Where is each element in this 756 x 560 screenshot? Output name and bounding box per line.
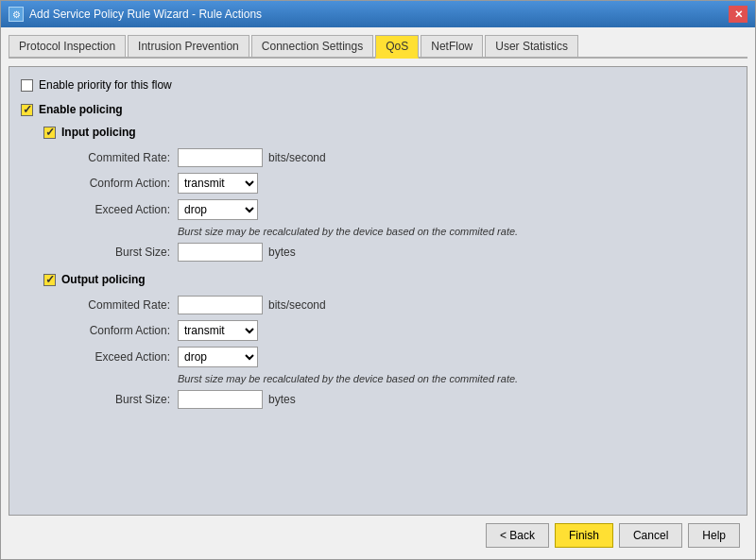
input-policing-fields: Commited Rate: 25000000 bits/second Conf… [66, 148, 735, 262]
input-burst-size-unit: bytes [268, 246, 296, 259]
output-conform-action-label: Conform Action: [66, 324, 170, 337]
input-exceed-action-label: Exceed Action: [66, 203, 170, 216]
enable-policing-label: Enable policing [39, 103, 123, 116]
output-committed-rate-row: Commited Rate: 25000000 bits/second [66, 296, 735, 314]
tab-qos[interactable]: QoS [375, 35, 419, 59]
output-conform-action-select[interactable]: transmit drop set-dscp-transmit [178, 320, 258, 341]
output-burst-note: Burst size may be recalculated by the de… [178, 373, 735, 384]
input-conform-action-row: Conform Action: transmit drop set-dscp-t… [66, 173, 735, 194]
enable-policing-header: Enable policing [21, 103, 735, 116]
output-burst-size-label: Burst Size: [66, 393, 170, 406]
tab-netflow[interactable]: NetFlow [421, 35, 483, 57]
output-burst-size-input[interactable]: 1500 [178, 390, 263, 409]
enable-policing-checkbox[interactable] [21, 104, 33, 116]
input-policing-section: Input policing Commited Rate: 25000000 b… [43, 126, 735, 262]
output-committed-rate-unit: bits/second [268, 298, 326, 312]
output-policing-header: Output policing [43, 273, 735, 286]
input-committed-rate-label: Commited Rate: [66, 151, 170, 164]
output-committed-rate-input[interactable]: 25000000 [178, 296, 263, 314]
input-committed-rate-row: Commited Rate: 25000000 bits/second [66, 148, 735, 167]
output-policing-section: Output policing Commited Rate: 25000000 … [43, 273, 735, 409]
input-burst-note: Burst size may be recalculated by the de… [178, 226, 735, 237]
title-bar: ⚙ Add Service Policy Rule Wizard - Rule … [1, 1, 755, 27]
window-title: Add Service Policy Rule Wizard - Rule Ac… [29, 8, 262, 21]
app-icon: ⚙ [9, 7, 24, 22]
output-exceed-action-row: Exceed Action: drop transmit set-dscp-tr… [66, 347, 735, 367]
output-exceed-action-select[interactable]: drop transmit set-dscp-transmit [178, 347, 258, 367]
input-exceed-action-select[interactable]: drop transmit set-dscp-transmit [178, 199, 258, 220]
input-conform-action-label: Conform Action: [66, 177, 170, 190]
content-area: Enable priority for this flow Enable pol… [9, 66, 747, 516]
tab-protocol-inspection[interactable]: Protocol Inspection [9, 35, 126, 57]
input-policing-header: Input policing [43, 126, 735, 139]
help-button[interactable]: Help [688, 523, 740, 548]
output-conform-action-row: Conform Action: transmit drop set-dscp-t… [66, 320, 735, 341]
output-exceed-action-label: Exceed Action: [66, 350, 170, 364]
title-bar-left: ⚙ Add Service Policy Rule Wizard - Rule … [9, 7, 262, 22]
cancel-button[interactable]: Cancel [619, 523, 682, 548]
close-button[interactable]: ✕ [729, 6, 747, 23]
input-burst-size-label: Burst Size: [66, 246, 170, 259]
input-burst-size-input[interactable]: 1500 [178, 243, 263, 262]
enable-priority-label: Enable priority for this flow [39, 78, 172, 92]
output-policing-fields: Commited Rate: 25000000 bits/second Conf… [66, 296, 735, 409]
output-policing-checkbox[interactable] [43, 274, 56, 286]
tab-intrusion-prevention[interactable]: Intrusion Prevention [128, 35, 249, 57]
input-exceed-action-row: Exceed Action: drop transmit set-dscp-tr… [66, 199, 735, 220]
enable-priority-checkbox[interactable] [21, 79, 33, 92]
input-committed-rate-input[interactable]: 25000000 [178, 148, 263, 167]
tab-bar: Protocol Inspection Intrusion Prevention… [9, 35, 747, 59]
tab-user-statistics[interactable]: User Statistics [485, 35, 578, 57]
output-burst-size-unit: bytes [268, 393, 296, 406]
output-policing-label: Output policing [61, 273, 146, 286]
output-committed-rate-label: Commited Rate: [66, 298, 170, 312]
output-burst-size-row: Burst Size: 1500 bytes [66, 390, 735, 409]
finish-button[interactable]: Finish [555, 523, 613, 548]
main-window: ⚙ Add Service Policy Rule Wizard - Rule … [0, 0, 756, 560]
enable-priority-row: Enable priority for this flow [21, 78, 735, 92]
input-burst-size-row: Burst Size: 1500 bytes [66, 243, 735, 262]
window-body: Protocol Inspection Intrusion Prevention… [1, 27, 755, 559]
input-policing-checkbox[interactable] [43, 127, 56, 139]
input-policing-label: Input policing [61, 126, 136, 139]
input-committed-rate-unit: bits/second [268, 151, 326, 164]
tab-connection-settings[interactable]: Connection Settings [251, 35, 373, 57]
back-button[interactable]: < Back [486, 523, 549, 548]
footer: < Back Finish Cancel Help [9, 516, 747, 552]
input-conform-action-select[interactable]: transmit drop set-dscp-transmit [178, 173, 258, 194]
